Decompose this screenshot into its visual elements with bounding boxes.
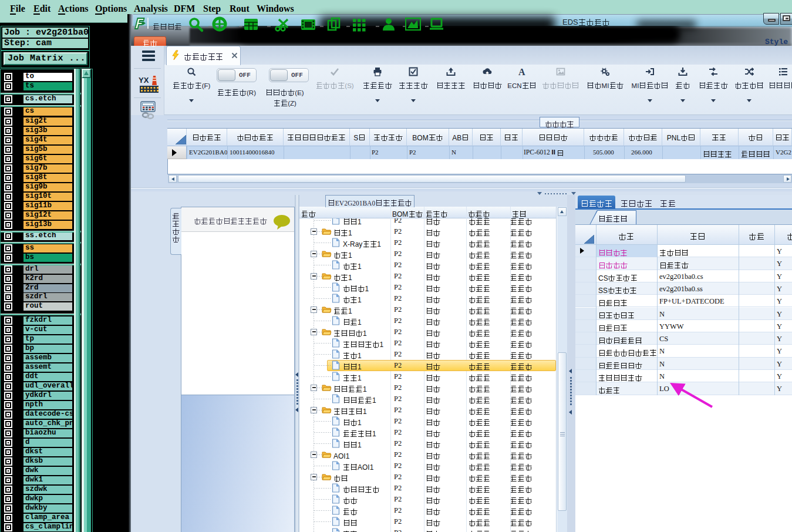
svg-text:A: A bbox=[518, 67, 525, 76]
